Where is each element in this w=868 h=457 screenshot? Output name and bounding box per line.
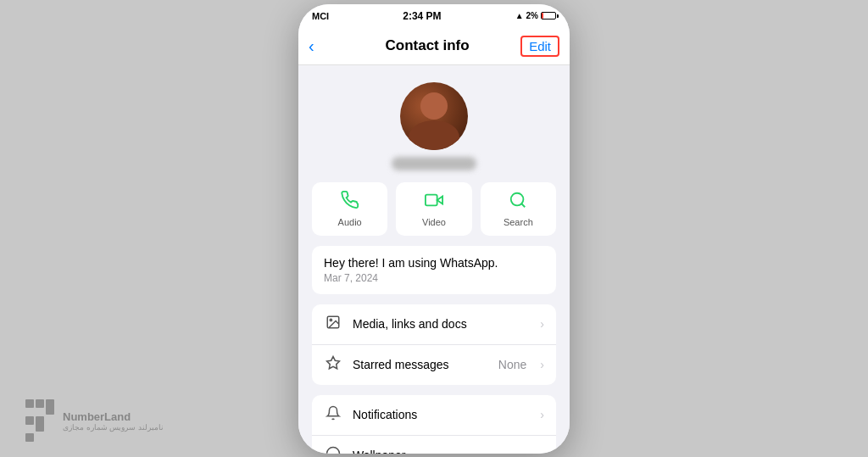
video-icon xyxy=(425,191,443,214)
svg-point-5 xyxy=(330,319,331,320)
status-right: ▲ 2% xyxy=(515,11,556,20)
svg-point-2 xyxy=(511,192,524,205)
action-buttons: Audio Video Search xyxy=(298,182,570,246)
phone-frame: MCI 2:34 PM ▲ 2% ‹ Contact info Edit xyxy=(298,4,570,454)
menu-item-media[interactable]: Media, links and docs › xyxy=(312,304,556,345)
time-text: 2:34 PM xyxy=(403,10,441,22)
menu-item-starred[interactable]: Starred messages None › xyxy=(312,345,556,385)
wallpaper-chevron: › xyxy=(540,449,544,454)
edit-button[interactable]: Edit xyxy=(520,36,559,57)
back-button[interactable]: ‹ xyxy=(309,36,334,56)
page-title: Contact info xyxy=(385,37,469,54)
media-icon xyxy=(324,315,342,334)
search-button[interactable]: Search xyxy=(481,182,556,236)
notifications-label: Notifications xyxy=(353,408,530,421)
avatar-body xyxy=(409,120,459,150)
battery-text: 2% xyxy=(526,11,538,20)
notifications-icon xyxy=(324,405,342,425)
watermark-brand: NumberLand xyxy=(63,410,164,423)
svg-marker-0 xyxy=(437,196,442,203)
video-label: Video xyxy=(422,217,446,227)
battery-icon xyxy=(541,12,556,20)
contact-name xyxy=(392,157,476,170)
search-label: Search xyxy=(504,217,533,227)
avatar-head xyxy=(420,92,448,120)
media-chevron: › xyxy=(540,317,544,331)
starred-icon xyxy=(324,355,342,375)
watermark-logo xyxy=(25,399,54,442)
avatar-section xyxy=(298,65,570,182)
svg-rect-1 xyxy=(426,194,437,205)
menu-item-wallpaper[interactable]: Wallpaper › xyxy=(312,436,556,454)
notifications-chevron: › xyxy=(540,408,544,421)
starred-value: None xyxy=(498,358,526,371)
svg-marker-6 xyxy=(327,356,340,368)
signal-icon: ▲ xyxy=(515,11,524,20)
menu-item-notifications[interactable]: Notifications › xyxy=(312,395,556,436)
media-label: Media, links and docs xyxy=(353,317,530,331)
audio-icon xyxy=(341,191,359,214)
status-text: Hey there! I am using WhatsApp. xyxy=(324,256,544,270)
watermark: NumberLand نامبرلند سرویس شماره مجازی xyxy=(25,399,164,442)
wallpaper-label: Wallpaper xyxy=(353,449,530,454)
starred-label: Starred messages xyxy=(353,358,488,371)
carrier-text: MCI xyxy=(312,11,329,21)
starred-chevron: › xyxy=(540,358,544,371)
svg-point-7 xyxy=(327,447,340,454)
audio-button[interactable]: Audio xyxy=(312,182,387,236)
svg-line-3 xyxy=(522,203,526,207)
audio-label: Audio xyxy=(338,217,362,227)
watermark-subtext: نامبرلند سرویس شماره مجازی xyxy=(63,423,164,432)
video-button[interactable]: Video xyxy=(396,182,471,236)
navigation-bar: ‹ Contact info Edit xyxy=(298,28,570,65)
menu-section-1: Media, links and docs › Starred messages… xyxy=(312,304,556,385)
status-section: Hey there! I am using WhatsApp. Mar 7, 2… xyxy=(312,246,556,294)
status-bar: MCI 2:34 PM ▲ 2% xyxy=(298,4,570,28)
status-date: Mar 7, 2024 xyxy=(324,272,544,284)
search-icon xyxy=(509,191,527,214)
menu-section-2: Notifications › Wallpaper › xyxy=(312,395,556,454)
avatar xyxy=(400,82,468,150)
content-area: Audio Video Search xyxy=(298,65,570,454)
wallpaper-icon xyxy=(324,446,342,454)
